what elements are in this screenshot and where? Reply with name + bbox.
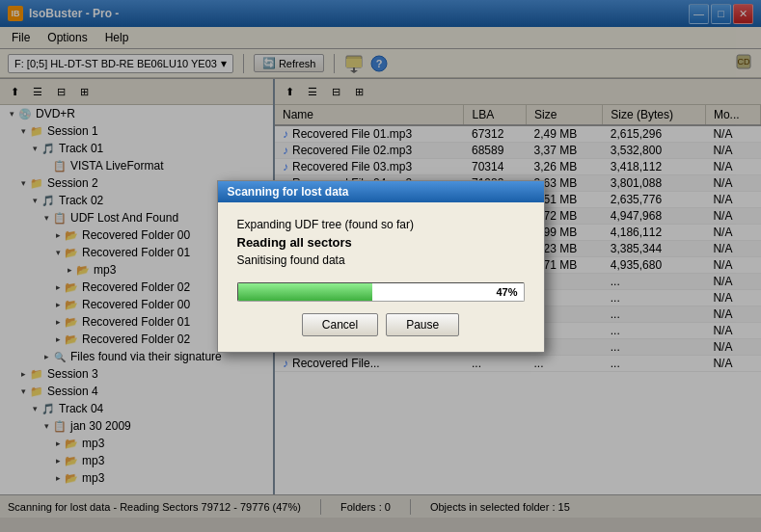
- progress-label: 47%: [496, 286, 517, 298]
- cancel-button[interactable]: Cancel: [302, 313, 378, 336]
- progress-bar: [238, 283, 372, 301]
- modal-line3: Sanitising found data: [237, 253, 525, 267]
- modal-line2: Reading all sectors: [237, 235, 525, 250]
- modal-title-text: Scanning for lost data: [228, 185, 349, 199]
- scanning-dialog: Scanning for lost data Expanding UDF tre…: [217, 180, 545, 353]
- modal-line1: Expanding UDF tree (found so far): [237, 218, 525, 231]
- modal-title-bar: Scanning for lost data: [218, 181, 544, 202]
- pause-button[interactable]: Pause: [386, 313, 459, 336]
- modal-overlay: Scanning for lost data Expanding UDF tre…: [0, 0, 761, 518]
- modal-body: Expanding UDF tree (found so far) Readin…: [218, 202, 544, 352]
- modal-buttons: Cancel Pause: [237, 313, 525, 336]
- progress-container: 47%: [237, 282, 525, 302]
